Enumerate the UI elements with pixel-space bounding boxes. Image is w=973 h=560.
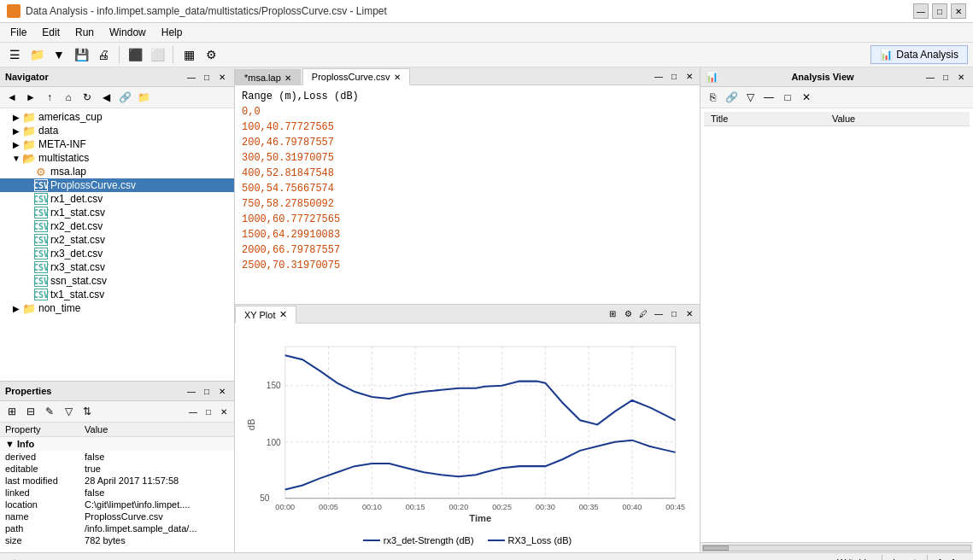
tree-item-non-time[interactable]: ▶ 📁 non_time [0, 301, 234, 315]
file-icon-proploss: CSV [34, 179, 48, 191]
analysis-minimize-btn[interactable]: — [923, 70, 937, 84]
editor-close-btn[interactable]: ✕ [683, 69, 696, 83]
h-scroll-thumb[interactable] [703, 545, 729, 551]
menu-run[interactable]: Run [68, 25, 101, 40]
navigator-controls: — □ ✕ [185, 70, 229, 84]
tree-arrow-non-time[interactable]: ▶ [10, 304, 22, 313]
svg-text:00:25: 00:25 [492, 503, 512, 511]
navigator-maximize-btn[interactable]: □ [200, 70, 214, 84]
tree-item-rx2-det[interactable]: CSV rx2_det.csv [0, 219, 234, 233]
props-val-location: C:\git\limpet\info.limpet.... [79, 499, 234, 510]
toolbar-btn-4[interactable]: 💾 [72, 45, 91, 64]
tree-item-tx1-stat[interactable]: CSV tx1_stat.csv [0, 288, 234, 301]
toolbar-btn-7[interactable]: ⬜ [148, 45, 167, 64]
editor-line-6: 500,54.75667574 [242, 181, 693, 196]
menu-window[interactable]: Window [103, 25, 153, 40]
plot-maximize-btn[interactable]: □ [667, 307, 681, 321]
tree-item-rx1-det[interactable]: CSV rx1_det.csv [0, 192, 234, 206]
menu-file[interactable]: File [3, 25, 33, 40]
props-btn-3[interactable]: ✎ [41, 403, 58, 420]
h-scroll-track[interactable] [702, 545, 971, 551]
analysis-maximize2-btn[interactable]: □ [779, 89, 796, 106]
analysis-close2-btn[interactable]: ✕ [798, 89, 815, 106]
props-minimize-toolbar-btn[interactable]: — [186, 405, 200, 418]
tab-proploss[interactable]: ProplossCurve.csv ✕ [302, 68, 410, 85]
toolbar-btn-6[interactable]: ⬛ [126, 45, 144, 64]
analysis-link-btn[interactable]: 🔗 [723, 89, 740, 106]
analysis-filter-btn[interactable]: ▽ [741, 89, 759, 106]
analysis-close-btn[interactable]: ✕ [954, 70, 968, 84]
props-close-toolbar-btn[interactable]: ✕ [217, 405, 231, 418]
nav-link-btn[interactable]: 🔗 [116, 89, 133, 106]
nav-collapse-btn[interactable]: ◀ [97, 89, 114, 106]
properties-close-btn[interactable]: ✕ [215, 384, 229, 398]
tree-item-rx3-det[interactable]: CSV rx3_det.csv [0, 247, 234, 260]
nav-up-btn[interactable]: ↑ [41, 89, 58, 106]
props-btn-5[interactable]: ⇅ [79, 403, 96, 420]
props-row-path: path /info.limpet.sample_data/... [0, 522, 234, 534]
tree-item-americas-cup[interactable]: ▶ 📁 americas_cup [0, 110, 234, 124]
nav-refresh-btn[interactable]: ↻ [79, 89, 96, 106]
nav-newfolder-btn[interactable]: 📁 [135, 89, 152, 106]
tree-item-ssn-stat[interactable]: CSV ssn_stat.csv [0, 274, 234, 288]
editor-minimize-btn[interactable]: — [652, 69, 665, 83]
plot-btn-2[interactable]: ⚙ [621, 307, 635, 321]
tree-item-msa-lap[interactable]: ⚙ msa.lap [0, 165, 234, 178]
navigator-close-btn[interactable]: ✕ [215, 70, 229, 84]
close-button[interactable]: ✕ [951, 3, 966, 19]
menu-help[interactable]: Help [155, 25, 190, 40]
plot-btn-1[interactable]: ⊞ [606, 307, 619, 321]
maximize-button[interactable]: □ [932, 3, 947, 19]
svg-text:00:20: 00:20 [448, 503, 468, 511]
props-btn-1[interactable]: ⊞ [3, 403, 21, 420]
tab-xy-plot[interactable]: XY Plot ✕ [235, 306, 296, 324]
props-group-info[interactable]: ▼ Info [0, 437, 234, 452]
tree-item-rx3-stat[interactable]: CSV rx3_stat.csv [0, 260, 234, 274]
data-analysis-button[interactable]: 📊 Data Analysis [870, 45, 968, 64]
tree-item-multistatics[interactable]: ▼ 📂 multistatics [0, 151, 234, 165]
nav-forward-btn[interactable]: ► [22, 89, 39, 106]
tree-arrow-multistatics[interactable]: ▼ [10, 154, 22, 163]
tree-arrow-americas[interactable]: ▶ [10, 113, 22, 122]
toolbar-btn-1[interactable]: ☰ [5, 45, 24, 64]
editor-content[interactable]: Range (m),Loss (dB) 0,0 100,40.77727565 … [235, 85, 700, 304]
tree-item-proploss[interactable]: CSV ProplossCurve.csv [0, 178, 234, 192]
nav-back-btn[interactable]: ◄ [3, 89, 21, 106]
navigator-minimize-btn[interactable]: — [185, 70, 198, 84]
tree-item-meta-inf[interactable]: ▶ 📁 META-INF [0, 137, 234, 151]
props-btn-4[interactable]: ▽ [60, 403, 77, 420]
tree-arrow-data[interactable]: ▶ [10, 126, 22, 136]
tree-item-rx1-stat[interactable]: CSV rx1_stat.csv [0, 206, 234, 219]
analysis-minimize2-btn[interactable]: — [760, 89, 777, 106]
props-btn-2[interactable]: ⊟ [22, 403, 39, 420]
svg-text:00:35: 00:35 [579, 503, 599, 511]
toolbar-btn-2[interactable]: 📁 [27, 45, 46, 64]
tab-close-proploss[interactable]: ✕ [394, 73, 401, 82]
plot-btn-3[interactable]: 🖊 [636, 307, 650, 321]
tab-close-msa[interactable]: ✕ [284, 73, 291, 83]
analysis-maximize-btn[interactable]: □ [939, 70, 952, 84]
plot-minimize-btn[interactable]: — [652, 307, 665, 321]
status-add-button[interactable]: + [7, 555, 22, 561]
toolbar-btn-3[interactable]: ▼ [50, 45, 68, 64]
tab-msa-lap[interactable]: *msa.lap ✕ [235, 69, 301, 85]
properties-minimize-btn[interactable]: — [185, 384, 198, 398]
properties-title: Properties [5, 386, 51, 396]
editor-maximize-btn[interactable]: □ [667, 69, 681, 83]
nav-home-btn[interactable]: ⌂ [60, 89, 77, 106]
tree-arrow-meta[interactable]: ▶ [10, 140, 22, 149]
tree-item-data[interactable]: ▶ 📁 data [0, 124, 234, 137]
minimize-button[interactable]: — [913, 3, 929, 19]
plot-tab-close[interactable]: ✕ [279, 309, 287, 320]
toolbar-btn-9[interactable]: ⚙ [202, 45, 220, 64]
menu-edit[interactable]: Edit [35, 25, 67, 40]
properties-maximize-btn[interactable]: □ [200, 384, 214, 398]
toolbar-btn-8[interactable]: ▦ [179, 45, 198, 64]
navigator-toolbar: ◄ ► ↑ ⌂ ↻ ◀ 🔗 📁 [0, 87, 234, 108]
analysis-scrollbar[interactable] [700, 542, 973, 552]
toolbar-btn-5[interactable]: 🖨 [94, 45, 113, 64]
props-maximize-toolbar-btn[interactable]: □ [202, 405, 215, 418]
plot-close-btn[interactable]: ✕ [683, 307, 696, 321]
analysis-copy-btn[interactable]: ⎘ [704, 89, 721, 106]
tree-item-rx2-stat[interactable]: CSV rx2_stat.csv [0, 233, 234, 247]
